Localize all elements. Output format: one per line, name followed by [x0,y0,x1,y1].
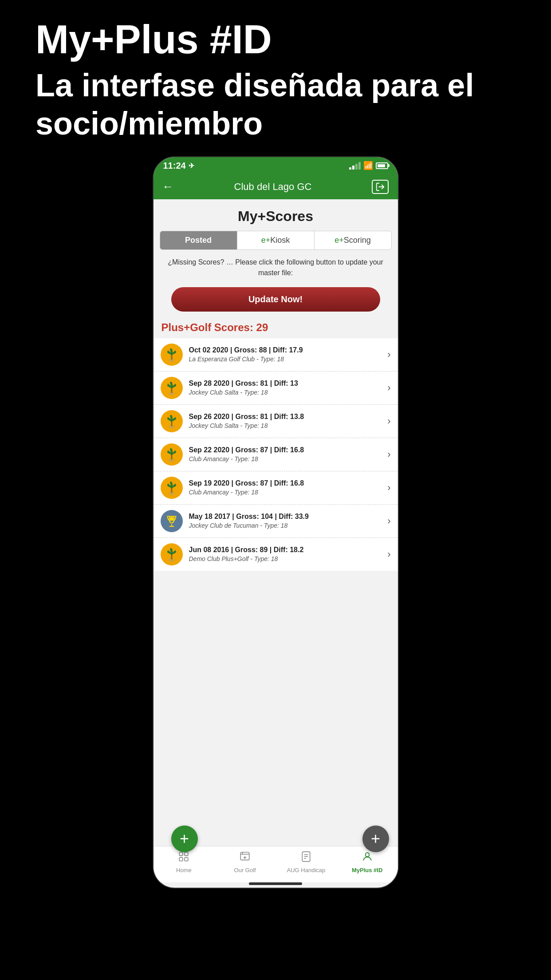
score-info: Jun 08 2016 | Gross: 89 | Diff: 18.2Demo… [189,545,384,564]
score-main-text: Sep 26 2020 | Gross: 81 | Diff: 13.8 [189,412,384,422]
main-content: My+Scores Posted e+Kiosk e+Scoring ¿Miss… [153,199,398,846]
tab-scoring[interactable]: e+Scoring [315,231,391,249]
scores-heading: Plus+Golf Scores: 29 [153,320,398,338]
chevron-right-icon: › [387,515,390,527]
promo-header: My+Plus #ID La interfase diseñada para e… [0,0,551,156]
score-main-text: May 18 2017 | Gross: 104 | Diff: 33.9 [189,512,384,522]
tab-kiosk-prefix: e+ [261,236,271,245]
nav-title: Club del Lago GC [234,181,312,193]
home-indicator [249,882,302,885]
score-main-text: Sep 22 2020 | Gross: 87 | Diff: 16.8 [189,445,384,455]
bottom-tab-myplus-id[interactable]: MyPlus #ID [337,851,398,873]
score-avatar [161,477,183,499]
score-main-text: Sep 19 2020 | Gross: 87 | Diff: 16.8 [189,478,384,488]
svg-rect-21 [180,852,183,856]
score-main-text: Jun 08 2016 | Gross: 89 | Diff: 18.2 [189,545,384,555]
score-avatar [161,410,183,432]
score-avatar [161,543,183,565]
palm-icon [164,480,180,496]
fab-add-dark[interactable]: + [362,826,389,852]
tab-posted[interactable]: Posted [160,231,237,249]
tab-kiosk[interactable]: e+Kiosk [237,231,315,249]
bottom-tab-aug-handicap[interactable]: AUG Handicap [276,851,337,873]
score-sub-text: Jockey Club Salta - Type: 18 [189,422,384,431]
wifi-icon: 📶 [363,161,373,170]
palm-icon [164,546,180,562]
update-now-button[interactable]: Update Now! [171,287,380,312]
svg-point-9 [170,426,173,429]
score-sub-text: Jockey Club Salta - Type: 18 [189,388,384,397]
score-item[interactable]: Oct 02 2020 | Gross: 88 | Diff: 17.9La E… [153,338,398,371]
logout-icon [375,182,385,192]
promo-title: My+Plus #ID [35,18,524,62]
score-item[interactable]: Sep 28 2020 | Gross: 81 | Diff: 13Jockey… [153,371,398,405]
our-golf-label: Our Golf [234,867,256,873]
bottom-tab-our-golf[interactable]: Our Golf [214,851,276,873]
page-title: My+Scores [153,199,398,231]
score-avatar [161,510,183,532]
missing-notice: ¿Missing Scores? … Please click the foll… [153,250,398,283]
tab-scoring-prefix: e+ [335,236,344,245]
score-info: May 18 2017 | Gross: 104 | Diff: 33.9Joc… [189,512,384,530]
svg-rect-22 [185,852,189,856]
our-golf-icon [239,851,251,865]
fab-add-green[interactable]: + [171,826,198,852]
svg-rect-23 [180,858,183,861]
score-main-text: Oct 02 2020 | Gross: 88 | Diff: 17.9 [189,345,384,355]
trophy-icon [165,514,179,528]
tab-kiosk-label: Kiosk [270,236,290,245]
status-bar: 11:24 ✈ 📶 [153,157,398,174]
myplus-id-label: MyPlus #ID [352,867,382,873]
tab-bar: Posted e+Kiosk e+Scoring [160,231,392,250]
back-button[interactable]: ← [162,180,174,194]
score-sub-text: Club Amancay - Type: 18 [189,488,384,497]
score-avatar [161,377,183,399]
logout-button[interactable] [372,180,389,194]
phone-frame: 11:24 ✈ 📶 ← Club del Lago GC My+Score [153,156,399,889]
svg-rect-24 [185,858,189,861]
chevron-right-icon: › [387,382,390,394]
bottom-tab-home[interactable]: Home [153,851,215,873]
aug-handicap-label: AUG Handicap [287,867,326,873]
myplus-id-icon [362,851,373,865]
score-info: Sep 19 2020 | Gross: 87 | Diff: 16.8Club… [189,478,384,497]
signal-icon [349,162,361,170]
palm-icon [164,347,180,363]
svg-point-20 [170,559,173,562]
svg-point-15 [170,493,173,495]
battery-icon [376,162,388,169]
chevron-right-icon: › [387,549,390,560]
promo-subtitle: La interfase diseñada para el socio/miem… [35,66,524,143]
svg-point-12 [170,459,173,462]
svg-point-6 [170,393,173,395]
chevron-right-icon: › [387,449,390,460]
score-item[interactable]: Sep 19 2020 | Gross: 87 | Diff: 16.8Club… [153,471,398,505]
score-info: Sep 22 2020 | Gross: 87 | Diff: 16.8Club… [189,445,384,464]
score-main-text: Sep 28 2020 | Gross: 81 | Diff: 13 [189,379,384,388]
score-sub-text: La Esperanza Golf Club - Type: 18 [189,355,384,364]
location-icon: ✈ [189,162,194,170]
home-label: Home [176,867,192,873]
tab-posted-label: Posted [185,236,212,245]
score-item[interactable]: May 18 2017 | Gross: 104 | Diff: 33.9Joc… [153,505,398,538]
score-item[interactable]: Jun 08 2016 | Gross: 89 | Diff: 18.2Demo… [153,538,398,571]
score-avatar [161,344,183,366]
score-item[interactable]: Sep 22 2020 | Gross: 87 | Diff: 16.8Club… [153,438,398,471]
score-item[interactable]: Sep 26 2020 | Gross: 81 | Diff: 13.8Jock… [153,405,398,438]
score-info: Sep 28 2020 | Gross: 81 | Diff: 13Jockey… [189,379,384,397]
svg-point-17 [170,517,173,520]
bottom-tab-bar: Home Our Golf [153,846,398,882]
score-sub-text: Demo Club Plus+Golf - Type: 18 [189,555,384,564]
chevron-right-icon: › [387,415,390,427]
home-icon [178,851,189,865]
status-time: 11:24 [163,161,186,171]
svg-point-34 [365,853,369,857]
svg-point-3 [170,360,173,362]
palm-icon [164,447,180,462]
score-sub-text: Jockey Club de Tucuman - Type: 18 [189,522,384,530]
status-icons: 📶 [349,161,388,170]
palm-icon [164,380,180,396]
aug-handicap-icon [300,851,312,865]
tab-scoring-label: Scoring [344,236,371,245]
score-info: Sep 26 2020 | Gross: 81 | Diff: 13.8Jock… [189,412,384,431]
